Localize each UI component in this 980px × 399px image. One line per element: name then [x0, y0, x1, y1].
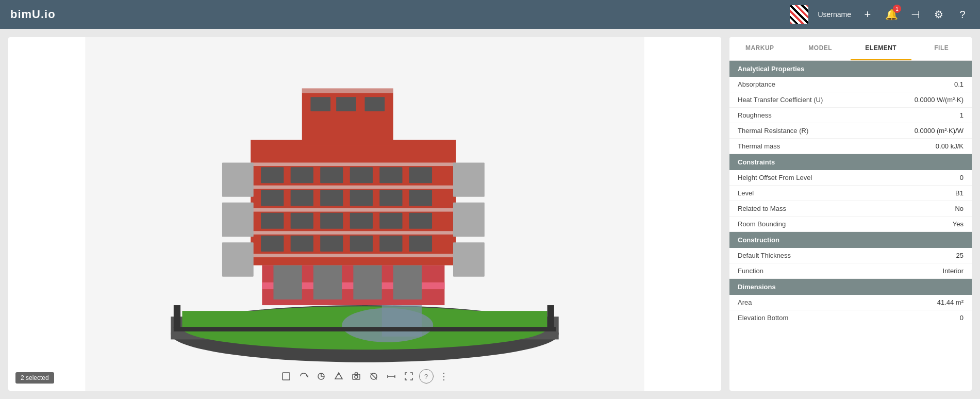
svg-rect-19: [350, 167, 373, 183]
section-analytical: Analytical Properties: [729, 61, 972, 77]
add-button[interactable]: +: [860, 7, 875, 22]
app-logo: bimU.io: [10, 8, 56, 21]
svg-rect-49: [336, 97, 356, 111]
svg-rect-55: [174, 305, 180, 328]
section-dimensions: Dimensions: [729, 279, 972, 295]
properties-body: Analytical Properties Absorptance 0.1 He…: [729, 61, 972, 391]
svg-rect-24: [320, 190, 343, 206]
reset-tool[interactable]: [314, 369, 328, 384]
svg-rect-40: [222, 162, 254, 196]
section-constraints: Constraints: [729, 154, 972, 170]
svg-rect-51: [273, 265, 302, 300]
svg-rect-25: [350, 190, 373, 206]
prop-room-bounding: Room Bounding Yes: [729, 217, 972, 232]
tab-markup[interactable]: MARKUP: [729, 37, 790, 60]
svg-rect-43: [453, 162, 485, 196]
explode-tool[interactable]: [331, 369, 346, 384]
properties-panel: MARKUP MODEL ELEMENT FILE Analytical Pro…: [729, 37, 972, 391]
svg-rect-44: [453, 203, 485, 237]
svg-rect-26: [379, 190, 402, 206]
svg-rect-39: [409, 236, 432, 252]
svg-rect-29: [291, 213, 313, 229]
svg-rect-11: [251, 162, 456, 166]
svg-rect-14: [251, 231, 456, 235]
prop-height-offset: Height Offset From Level 0: [729, 170, 972, 186]
more-options-button[interactable]: ⋮: [437, 369, 451, 384]
help-icon[interactable]: ?: [955, 7, 970, 22]
svg-rect-17: [291, 167, 313, 183]
rotate-tool[interactable]: [296, 369, 311, 384]
prop-roughness: Roughness 1: [729, 108, 972, 123]
section-construction: Construction: [729, 232, 972, 248]
svg-rect-32: [379, 213, 402, 229]
svg-rect-23: [291, 190, 313, 206]
svg-rect-50: [365, 97, 385, 111]
notification-badge: 1: [893, 5, 901, 13]
prop-function: Function Interior: [729, 263, 972, 279]
svg-rect-54: [393, 265, 422, 300]
svg-rect-57: [174, 327, 556, 331]
viewer-canvas[interactable]: 2 selected: [8, 37, 721, 391]
svg-rect-20: [379, 167, 402, 183]
nav-right: Username + 🔔 1 ⊣ ⚙ ?: [790, 5, 970, 24]
svg-rect-53: [353, 265, 381, 300]
svg-rect-41: [222, 203, 254, 237]
svg-rect-21: [409, 167, 432, 183]
svg-rect-35: [291, 236, 313, 252]
prop-thermal-resistance: Thermal Resistance (R) 0.0000 (m²·K)/W: [729, 123, 972, 139]
prop-area: Area 41.44 m²: [729, 295, 972, 310]
svg-rect-28: [261, 213, 284, 229]
svg-rect-6: [382, 305, 422, 337]
svg-rect-22: [261, 190, 284, 206]
svg-rect-16: [261, 167, 284, 183]
prop-default-thickness: Default Thickness 25: [729, 248, 972, 263]
svg-rect-13: [251, 208, 456, 212]
svg-rect-33: [409, 213, 432, 229]
svg-point-64: [355, 375, 358, 378]
svg-rect-31: [350, 213, 373, 229]
svg-rect-47: [302, 89, 393, 93]
svg-rect-12: [251, 186, 456, 189]
logout-icon[interactable]: ⊣: [908, 7, 922, 22]
prop-thermal-mass: Thermal mass 0.00 kJ/K: [729, 139, 972, 154]
main-area: 2 selected: [0, 29, 980, 399]
measure-tool[interactable]: [384, 369, 398, 384]
properties-tabs: MARKUP MODEL ELEMENT FILE: [729, 37, 972, 61]
prop-heat-transfer: Heat Transfer Coefficient (U) 0.0000 W/(…: [729, 92, 972, 108]
hide-tool[interactable]: [367, 369, 381, 384]
svg-rect-30: [320, 213, 343, 229]
svg-rect-45: [453, 242, 485, 276]
building-scene: [8, 37, 721, 391]
svg-rect-58: [283, 373, 290, 380]
svg-rect-56: [547, 305, 554, 328]
help-viewer-icon[interactable]: ?: [419, 369, 434, 384]
camera-tool[interactable]: [349, 369, 363, 384]
svg-rect-36: [320, 236, 343, 252]
prop-level: Level B1: [729, 186, 972, 201]
prop-related-to-mass: Related to Mass No: [729, 201, 972, 217]
user-avatar[interactable]: [790, 5, 808, 24]
settings-icon[interactable]: ⚙: [932, 7, 946, 22]
svg-rect-42: [222, 242, 254, 276]
tab-file[interactable]: FILE: [911, 37, 972, 60]
selected-badge: 2 selected: [15, 372, 54, 384]
svg-rect-37: [350, 236, 373, 252]
svg-rect-27: [409, 190, 432, 206]
svg-rect-15: [251, 254, 456, 257]
svg-rect-46: [302, 89, 393, 146]
select-tool[interactable]: [279, 369, 293, 384]
notification-button[interactable]: 🔔 1: [884, 7, 899, 22]
fullscreen-tool[interactable]: [402, 369, 416, 384]
tab-model[interactable]: MODEL: [790, 37, 851, 60]
svg-rect-38: [379, 236, 402, 252]
viewer-toolbar: ? ⋮: [279, 369, 451, 384]
viewer-panel: 2 selected: [8, 37, 721, 391]
svg-rect-48: [310, 97, 330, 111]
tab-element[interactable]: ELEMENT: [851, 37, 911, 60]
svg-rect-52: [313, 265, 342, 300]
username-label: Username: [818, 10, 851, 19]
svg-rect-18: [320, 167, 343, 183]
svg-marker-65: [355, 373, 358, 374]
top-navigation: bimU.io Username + 🔔 1 ⊣ ⚙ ?: [0, 0, 980, 29]
prop-absorptance: Absorptance 0.1: [729, 77, 972, 92]
